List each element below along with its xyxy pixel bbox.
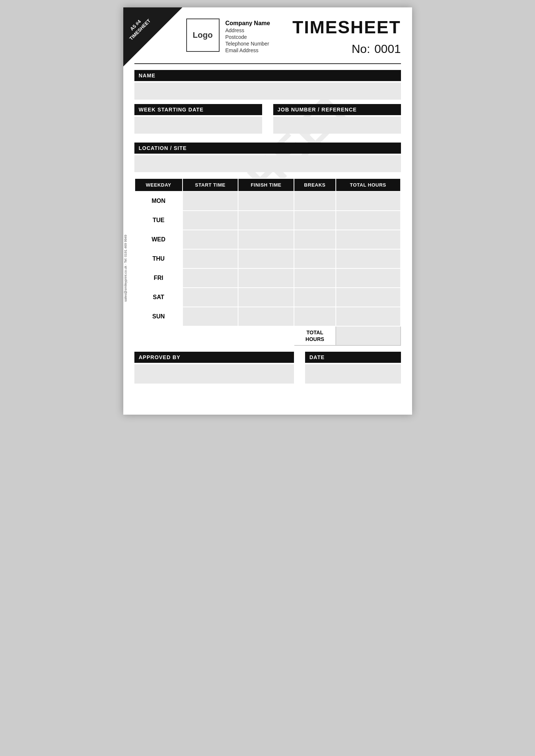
date-col: DATE (305, 352, 401, 384)
company-info: Company Name Address Postcode Telephone … (225, 20, 270, 53)
table-row: WED (135, 230, 401, 249)
job-number-label: JOB NUMBER / REFERENCE (273, 104, 401, 115)
start-time-wed[interactable] (183, 230, 238, 249)
week-job-row: WEEK STARTING DATE JOB NUMBER / REFERENC… (134, 104, 401, 138)
start-time-fri[interactable] (183, 268, 238, 288)
total-hours-thu[interactable] (336, 249, 401, 268)
breaks-fri[interactable] (294, 268, 335, 288)
job-number-col: JOB NUMBER / REFERENCE (273, 104, 401, 138)
total-hours-tue[interactable] (336, 211, 401, 230)
doc-no-value: 0001 (374, 42, 401, 56)
breaks-sat[interactable] (294, 288, 335, 307)
total-hours-wed[interactable] (336, 230, 401, 249)
start-time-sun[interactable] (183, 307, 238, 326)
day-cell-thu: THU (135, 249, 183, 268)
date-label: DATE (305, 352, 401, 363)
title-block: TIMESHEET No: 0001 (292, 19, 401, 56)
logo-box: Logo (186, 19, 220, 52)
approved-by-col: APPROVED BY (134, 352, 294, 384)
week-starting-field[interactable] (134, 117, 262, 134)
day-cell-wed: WED (135, 230, 183, 249)
company-address: Address (225, 27, 270, 33)
day-cell-sat: SAT (135, 288, 183, 307)
doc-no-label: No: (352, 42, 370, 56)
company-name: Company Name (225, 20, 270, 27)
company-email: Email Address (225, 47, 270, 53)
approved-by-label: APPROVED BY (134, 352, 294, 363)
start-time-sat[interactable] (183, 288, 238, 307)
start-time-mon[interactable] (183, 191, 238, 211)
breaks-wed[interactable] (294, 230, 335, 249)
table-row: MON (135, 191, 401, 211)
total-hours-value[interactable] (336, 326, 401, 345)
company-telephone: Telephone Number (225, 41, 270, 47)
total-hours-mon[interactable] (336, 191, 401, 211)
total-hours-sat[interactable] (336, 288, 401, 307)
logo-company-block: Logo Company Name Address Postcode Telep… (186, 19, 270, 53)
day-cell-tue: TUE (135, 211, 183, 230)
corner-ribbon: A5 #4 TIMESHEET (123, 7, 183, 67)
day-cell-mon: MON (135, 191, 183, 211)
doc-number: No: 0001 (352, 42, 401, 56)
date-field[interactable] (305, 364, 401, 384)
col-breaks: BREAKS (294, 178, 335, 191)
name-section: NAME (134, 70, 401, 100)
col-weekday: WEEKDAY (135, 178, 183, 191)
name-field[interactable] (134, 83, 401, 100)
finish-time-sat[interactable] (238, 288, 294, 307)
location-label: LOCATION / SITE (134, 143, 401, 154)
finish-time-fri[interactable] (238, 268, 294, 288)
table-row: FRI (135, 268, 401, 288)
name-label: NAME (134, 70, 401, 81)
finish-time-wed[interactable] (238, 230, 294, 249)
breaks-thu[interactable] (294, 249, 335, 268)
approved-by-field[interactable] (134, 364, 294, 384)
location-section: LOCATION / SITE (134, 143, 401, 172)
timesheet-table: WEEKDAY START TIME FINISH TIME BREAKS TO… (134, 178, 401, 346)
start-time-tue[interactable] (183, 211, 238, 230)
timesheet-page: A5 #4 TIMESHEET TIMESHEETA5 #4 sales@smi… (123, 7, 412, 415)
table-row: TUE (135, 211, 401, 230)
total-hours-fri[interactable] (336, 268, 401, 288)
sidebar-contact: sales@smileyprint.co.uk · Tel: 0191 469 … (124, 235, 127, 302)
breaks-mon[interactable] (294, 191, 335, 211)
breaks-tue[interactable] (294, 211, 335, 230)
table-row: SUN (135, 307, 401, 326)
total-hours-sun[interactable] (336, 307, 401, 326)
page-title: TIMESHEET (292, 19, 401, 36)
main-content: NAME WEEK STARTING DATE JOB NUMBER / REF… (123, 64, 412, 395)
table-header-row: WEEKDAY START TIME FINISH TIME BREAKS TO… (135, 178, 401, 191)
ribbon-text: A5 #4 TIMESHEET (124, 13, 152, 42)
finish-time-thu[interactable] (238, 249, 294, 268)
job-number-field[interactable] (273, 117, 401, 134)
day-cell-sun: SUN (135, 307, 183, 326)
day-cell-fri: FRI (135, 268, 183, 288)
table-row: SAT (135, 288, 401, 307)
finish-time-sun[interactable] (238, 307, 294, 326)
finish-time-tue[interactable] (238, 211, 294, 230)
week-starting-col: WEEK STARTING DATE (134, 104, 262, 138)
total-hours-label: TOTALHOURS (294, 326, 335, 345)
col-finish-time: FINISH TIME (238, 178, 294, 191)
company-postcode: Postcode (225, 34, 270, 40)
bottom-row: APPROVED BY DATE (134, 352, 401, 384)
start-time-thu[interactable] (183, 249, 238, 268)
table-row: THU (135, 249, 401, 268)
week-starting-label: WEEK STARTING DATE (134, 104, 262, 115)
col-total-hours: TOTAL HOURS (336, 178, 401, 191)
total-hours-row: TOTALHOURS (135, 326, 401, 345)
col-start-time: START TIME (183, 178, 238, 191)
breaks-sun[interactable] (294, 307, 335, 326)
total-spacer (135, 326, 294, 345)
location-field[interactable] (134, 155, 401, 172)
finish-time-mon[interactable] (238, 191, 294, 211)
